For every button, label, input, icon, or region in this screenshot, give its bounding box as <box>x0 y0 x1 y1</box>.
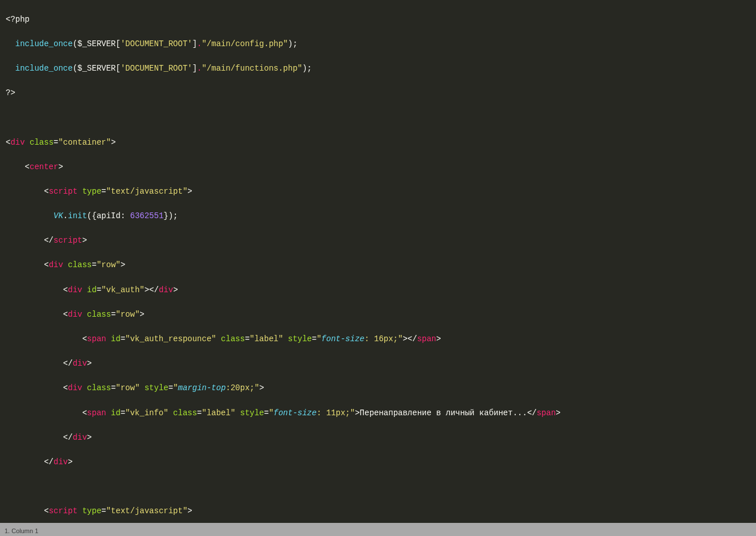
doc-root-1: 'DOCUMENT_ROOT' <box>121 39 192 48</box>
textjs-2: "text/javascript" <box>106 506 187 515</box>
row-2: "row" <box>116 310 139 319</box>
center-tag: center <box>30 162 58 171</box>
label-class-2: "label" <box>202 408 236 418</box>
vk-auth-id: "vk_auth" <box>101 285 145 294</box>
php-close: ?> <box>6 88 15 97</box>
vk-obj: VK <box>54 211 63 220</box>
php-open: <?php <box>6 15 30 24</box>
redirect-text: Перенаправление в личный кабинет... <box>360 408 527 418</box>
margin-top-20: :20px; <box>226 383 254 392</box>
font-size-11: 11px; <box>322 408 350 418</box>
cursor-position: 1. Column 1 <box>5 527 38 534</box>
vk-info-id: "vk_info" <box>125 408 169 418</box>
config-path: "/main/config.php" <box>202 39 288 48</box>
doc-root-2: 'DOCUMENT_ROOT' <box>121 64 192 73</box>
font-size-16: 16px; <box>369 334 398 343</box>
server-var-2: $_SERVER <box>77 64 116 73</box>
functions-path: "/main/functions.php" <box>202 64 302 73</box>
label-class-1: "label" <box>250 334 284 343</box>
span-tag: span <box>87 334 106 343</box>
script-close: script <box>54 236 82 245</box>
include-once-1: include_once <box>15 39 73 48</box>
server-var-1: $_SERVER <box>77 39 116 48</box>
vk-auth-respounce-id: "vk_auth_respounce" <box>125 334 216 343</box>
textjs-1: "text/javascript" <box>106 187 187 196</box>
api-id-val: 6362551 <box>130 211 163 220</box>
font-size-prop: font-size <box>322 334 365 343</box>
include-once-2: include_once <box>15 64 73 73</box>
code-content[interactable]: <?php include_once($_SERVER['DOCUMENT_RO… <box>0 0 756 523</box>
row-3: "row" <box>116 383 139 392</box>
status-bar: 1. Column 1 <box>0 523 756 536</box>
init-call: init <box>68 211 87 220</box>
class-attr: class <box>30 138 54 147</box>
code-editor: <?php include_once($_SERVER['DOCUMENT_RO… <box>0 0 756 536</box>
script-tag: script <box>49 187 77 196</box>
api-id-key: apiId <box>97 211 121 220</box>
div-tag: div <box>10 138 24 147</box>
type-attr: type <box>82 187 101 196</box>
margin-top-prop: margin-top <box>178 383 226 392</box>
row-1: "row" <box>97 260 121 269</box>
container-class: "container" <box>58 138 110 147</box>
